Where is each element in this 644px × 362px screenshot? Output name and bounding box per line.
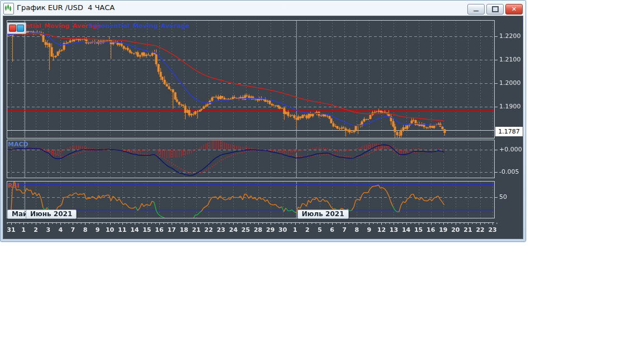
indicator-buttons-panel: [7, 22, 26, 34]
indicator-blue-button[interactable]: [17, 25, 24, 32]
chart-plot-area[interactable]: [0, 0, 644, 362]
indicator-red-button[interactable]: [9, 25, 16, 32]
